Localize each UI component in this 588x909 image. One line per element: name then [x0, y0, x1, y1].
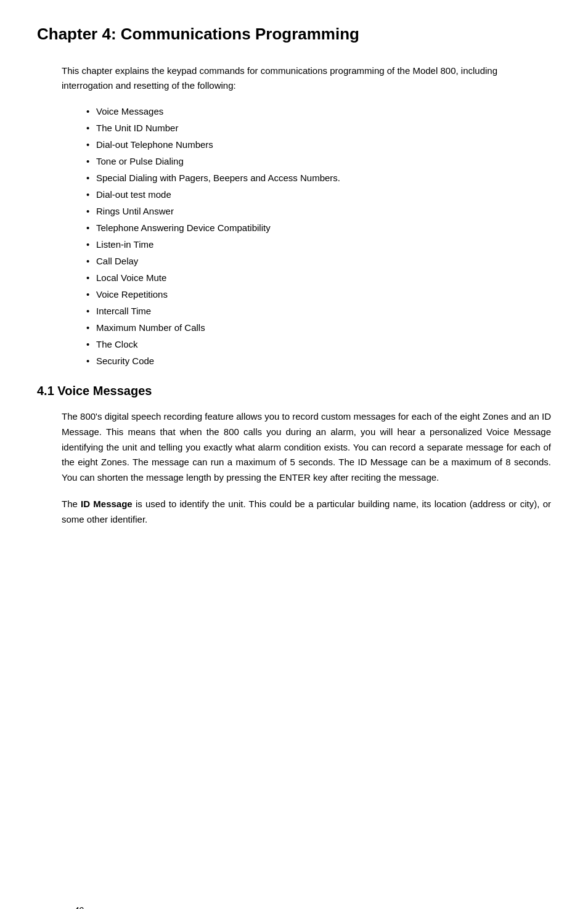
paragraph2-suffix: is used to identify the unit. This could…	[62, 499, 551, 524]
chapter-title: Chapter 4: Communications Programming	[37, 25, 551, 49]
bullet-item-3: Tone or Pulse Dialing	[86, 153, 551, 169]
bullet-item-15: Security Code	[86, 353, 551, 369]
bullet-item-10: Local Voice Mute	[86, 269, 551, 286]
paragraph2-prefix: The	[62, 499, 81, 509]
bullet-item-4: Special Dialing with Pagers, Beepers and…	[86, 169, 551, 186]
paragraph2-bold: ID Message	[81, 499, 133, 509]
bullet-item-13: Maximum Number of Calls	[86, 319, 551, 336]
section-4-1-paragraph2: The ID Message is used to identify the u…	[62, 497, 551, 528]
bullet-item-12: Intercall Time	[86, 303, 551, 319]
bullet-item-8: Listen-in Time	[86, 236, 551, 253]
page-number: 40	[74, 905, 84, 909]
bullet-list: Voice MessagesThe Unit ID NumberDial-out…	[86, 103, 551, 369]
bullet-item-9: Call Delay	[86, 253, 551, 269]
bullet-item-7: Telephone Answering Device Compatibility	[86, 219, 551, 236]
bullet-item-0: Voice Messages	[86, 103, 551, 120]
section-4-1-title: 4.1 Voice Messages	[37, 384, 551, 398]
section-4-1-paragraph1: The 800's digital speech recording featu…	[62, 409, 551, 486]
bullet-item-2: Dial-out Telephone Numbers	[86, 136, 551, 153]
bullet-item-14: The Clock	[86, 336, 551, 353]
bullet-item-5: Dial-out test mode	[86, 186, 551, 203]
bullet-item-11: Voice Repetitions	[86, 286, 551, 303]
page-wrapper: Chapter 4: Communications Programming Th…	[37, 25, 551, 909]
bullet-item-6: Rings Until Answer	[86, 203, 551, 219]
bullet-item-1: The Unit ID Number	[86, 120, 551, 136]
intro-paragraph: This chapter explains the keypad command…	[62, 63, 551, 93]
